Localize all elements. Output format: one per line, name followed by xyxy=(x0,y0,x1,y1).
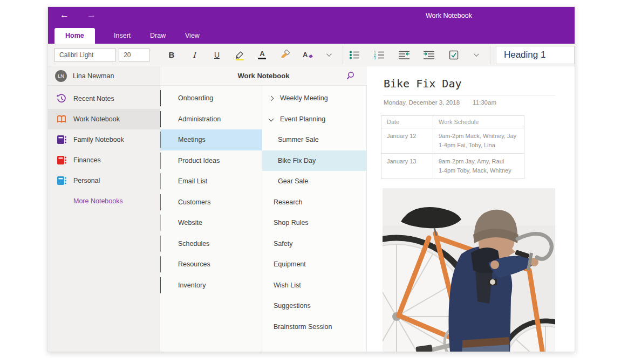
tab-home[interactable]: Home xyxy=(54,28,95,44)
table-header-date[interactable]: Date xyxy=(381,116,433,128)
todo-checkbox-icon xyxy=(449,50,459,60)
page-item-weekly-meeting[interactable]: Weekly Meeting xyxy=(262,88,366,109)
format-painter-button[interactable] xyxy=(276,46,294,64)
title-bar: ← → Work Notebook xyxy=(48,7,575,26)
todo-tag-button[interactable] xyxy=(445,46,463,64)
chevron-right-icon[interactable] xyxy=(269,95,274,101)
search-button[interactable] xyxy=(345,71,355,82)
highlighter-button[interactable] xyxy=(230,46,249,64)
page-item-event-planning[interactable]: Event Planning xyxy=(262,109,366,130)
paragraph-group-expand-button[interactable] xyxy=(467,46,486,64)
panel-columns: Onboarding Administration Meetings xyxy=(160,86,367,352)
table-header-schedule[interactable]: Work Schedule xyxy=(433,116,524,128)
page-list: Weekly Meeting Event Planning Summer Sal… xyxy=(262,86,367,352)
section-color-tab xyxy=(160,153,161,169)
open-book-icon xyxy=(56,114,67,125)
sidebar-item-label: Family Notebook xyxy=(73,136,124,143)
table-cell-schedule[interactable]: 9am-2pm Jay, Amy, Raul 1-4pm Toby, Mack,… xyxy=(433,154,524,179)
sidebar-item-personal[interactable]: Personal xyxy=(48,170,160,191)
more-notebooks-link[interactable]: More Notebooks xyxy=(48,191,160,205)
bullet-list-button[interactable] xyxy=(345,46,364,64)
sidebar-item-label: Recent Notes xyxy=(73,95,114,102)
section-label: Website xyxy=(178,219,202,226)
sidebar-item-family-notebook[interactable]: Family Notebook xyxy=(48,129,160,150)
page-label: Brainstorm Session xyxy=(274,323,332,331)
history-clock-icon xyxy=(56,93,67,104)
page-item-summer-sale[interactable]: Summer Sale xyxy=(262,129,366,150)
tab-view[interactable]: View xyxy=(174,28,210,44)
page-photo-bike-man[interactable] xyxy=(383,188,555,352)
table-cell-date[interactable]: January 12 xyxy=(381,128,433,154)
schedule-line: 1-4pm Fai, Toby, Lina xyxy=(439,141,520,150)
section-label: Resources xyxy=(178,260,210,268)
page-item-safety[interactable]: Safety xyxy=(262,233,366,255)
chevron-down-icon[interactable] xyxy=(269,116,274,121)
section-item-email-list[interactable]: Email List xyxy=(160,171,262,192)
page-item-suggestions[interactable]: Suggestions xyxy=(262,296,366,317)
avatar: LN xyxy=(55,70,67,82)
notebook-icon xyxy=(56,155,67,166)
panel-title: Work Notebook xyxy=(238,72,290,80)
notebook-list: Recent Notes Work Notebook xyxy=(48,86,160,205)
section-item-resources[interactable]: Resources xyxy=(160,254,262,275)
clear-formatting-button[interactable]: A xyxy=(298,46,317,64)
table-row: January 13 9am-2pm Jay, Amy, Raul 1-4pm … xyxy=(381,154,524,179)
page-item-brainstorm-session[interactable]: Brainstorm Session xyxy=(262,317,366,338)
section-label: Email List xyxy=(178,177,207,185)
sidebar-item-finances[interactable]: Finances xyxy=(48,150,160,170)
sidebar-item-label: Finances xyxy=(73,156,101,164)
back-arrow-icon[interactable]: ← xyxy=(60,10,69,20)
bold-button[interactable]: B xyxy=(162,46,181,64)
font-color-bar xyxy=(258,58,266,59)
section-item-inventory[interactable]: Inventory xyxy=(160,275,262,296)
table-cell-schedule[interactable]: 9am-2pm Mack, Whitney, Jay 1-4pm Fai, To… xyxy=(433,128,524,154)
font-size-input[interactable]: 20 xyxy=(119,48,149,62)
page-label: Safety xyxy=(274,240,292,248)
page-datetime: Monday, December 3, 201811:30am xyxy=(384,99,575,106)
section-label: Meetings xyxy=(178,136,206,143)
section-item-onboarding[interactable]: Onboarding xyxy=(160,88,262,109)
section-item-customers[interactable]: Customers xyxy=(160,192,262,213)
outdent-button[interactable] xyxy=(395,46,413,64)
section-item-administration[interactable]: Administration xyxy=(160,109,262,130)
page-item-gear-sale[interactable]: Gear Sale xyxy=(262,171,366,192)
section-color-tab xyxy=(160,236,161,252)
text-style-selector[interactable]: Heading 1 xyxy=(496,46,575,64)
indent-button[interactable] xyxy=(420,46,438,64)
font-color-button[interactable]: A xyxy=(253,46,271,64)
page-title[interactable]: Bike Fix Day xyxy=(384,77,575,90)
user-account-row[interactable]: LN Lina Newman xyxy=(48,66,160,86)
page-label: Research xyxy=(274,198,303,206)
font-name-input[interactable]: Calibri Light xyxy=(54,48,115,62)
font-group-expand-button[interactable] xyxy=(320,46,338,64)
page-item-wish-list[interactable]: Wish List xyxy=(262,275,366,296)
page-item-research[interactable]: Research xyxy=(262,192,366,213)
user-name: Lina Newman xyxy=(73,72,114,80)
section-color-tab xyxy=(160,90,161,106)
underline-button[interactable]: U xyxy=(208,46,226,64)
page-item-equipment[interactable]: Equipment xyxy=(262,254,366,275)
sidebar-item-work-notebook[interactable]: Work Notebook xyxy=(48,109,160,129)
ribbon-tab-row: Home Insert Draw View xyxy=(48,26,575,44)
svg-text:3: 3 xyxy=(374,56,376,60)
numbered-list-icon: 1 2 3 xyxy=(374,50,385,60)
forward-arrow-icon[interactable]: → xyxy=(87,10,96,20)
section-color-tab xyxy=(160,173,161,189)
tab-insert[interactable]: Insert xyxy=(103,28,141,44)
page-label: Wish List xyxy=(274,281,301,289)
table-cell-date[interactable]: January 13 xyxy=(381,154,433,179)
page-label: Summer Sale xyxy=(278,136,319,143)
page-item-bike-fix-day[interactable]: Bike Fix Day xyxy=(262,150,366,171)
section-item-website[interactable]: Website xyxy=(160,212,262,233)
section-item-schedules[interactable]: Schedules xyxy=(160,233,262,255)
section-item-product-ideas[interactable]: Product Ideas xyxy=(160,150,262,171)
sidebar-item-recent-notes[interactable]: Recent Notes xyxy=(48,88,160,109)
main-area: LN Lina Newman Recent Notes xyxy=(48,66,575,352)
numbered-list-button[interactable]: 1 2 3 xyxy=(370,46,388,64)
page-label: Equipment xyxy=(274,260,306,268)
tab-draw[interactable]: Draw xyxy=(139,28,176,44)
page-item-shop-rules[interactable]: Shop Rules xyxy=(262,212,366,233)
schedule-table: Date Work Schedule January 12 9am-2pm Ma… xyxy=(381,115,524,179)
section-item-meetings[interactable]: Meetings xyxy=(160,129,262,150)
italic-button[interactable]: I xyxy=(185,46,203,64)
